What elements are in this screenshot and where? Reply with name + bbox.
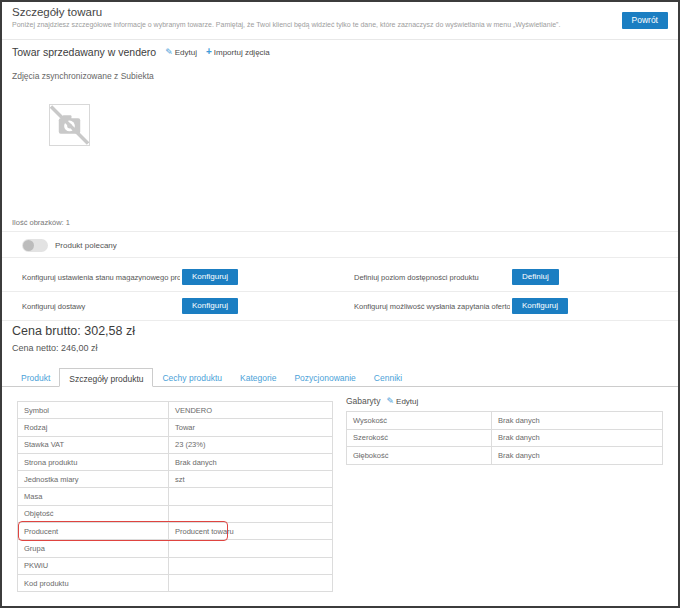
- edit-product-link[interactable]: ✎ Edytuj: [165, 48, 197, 57]
- row-value: Brak danych: [492, 412, 663, 430]
- row-value: Brak danych: [169, 453, 333, 470]
- row-value: [169, 505, 333, 522]
- image-count: Ilość obrazków: 1: [12, 218, 70, 227]
- row-value: Producent towaru: [169, 523, 333, 540]
- availability-button[interactable]: Definiuj: [512, 269, 559, 285]
- delivery-button[interactable]: Konfiguruj: [182, 298, 238, 314]
- page-title: Szczegóły towaru: [12, 6, 102, 18]
- table-row: Grupa: [18, 540, 333, 557]
- row-value: szt: [169, 471, 333, 488]
- table-row: Strona produktu Brak danych: [18, 453, 333, 470]
- divider: [2, 257, 678, 258]
- row-label: Producent: [18, 523, 169, 540]
- import-photos-label: Importuj zdjęcia: [214, 48, 270, 57]
- dimensions-title: Gabaryty: [346, 396, 381, 406]
- row-label: Stawka VAT: [18, 436, 169, 453]
- dimensions-table: Wysokość Brak danych Szerokość Brak dany…: [346, 411, 663, 465]
- product-details-table: Symbol VENDERO Rodzaj Towar Stawka VAT 2…: [17, 401, 333, 592]
- row-label: Symbol: [18, 402, 169, 419]
- product-section-header: Towar sprzedawany w vendero ✎ Edytuj + I…: [12, 46, 270, 58]
- page-header: Szczegóły towaru Poniżej znajdziesz szcz…: [2, 2, 678, 40]
- row-value: Brak danych: [492, 447, 663, 465]
- tab-cenniki[interactable]: Cenniki: [365, 368, 411, 386]
- dimensions-section-header: Gabaryty ✎ Edytuj: [346, 396, 418, 406]
- stock-settings-label: Konfiguruj ustawienia stanu magazynowego…: [22, 273, 180, 282]
- availability-label: Definiuj poziom dostępności produktu: [354, 273, 510, 282]
- import-photos-link[interactable]: + Importuj zdjęcia: [206, 47, 270, 57]
- edit-dimensions-label: Edytuj: [396, 397, 418, 406]
- row-label: Kod produktu: [18, 574, 169, 591]
- row-label: Masa: [18, 488, 169, 505]
- row-label: Głębokość: [347, 447, 492, 465]
- table-row: PKWiU: [18, 557, 333, 574]
- table-row-producent: Producent Producent towaru: [18, 523, 333, 540]
- table-row: Głębokość Brak danych: [347, 447, 663, 465]
- divider: [2, 320, 678, 321]
- table-row: Szerokość Brak danych: [347, 429, 663, 447]
- row-label: Grupa: [18, 540, 169, 557]
- product-details-page: Szczegóły towaru Poniżej znajdziesz szcz…: [0, 0, 680, 608]
- config-row-delivery: Konfiguruj dostawy Konfiguruj Konfiguruj…: [2, 292, 678, 320]
- table-row: Symbol VENDERO: [18, 402, 333, 419]
- product-tabs: Produkt Szczegóły produktu Cechy produkt…: [2, 368, 678, 387]
- row-value: [169, 488, 333, 505]
- row-label: Rodzaj: [18, 419, 169, 436]
- table-row: Rodzaj Towar: [18, 419, 333, 436]
- page-subtitle: Poniżej znajdziesz szczegółowe informacj…: [12, 21, 560, 28]
- offer-inquiry-label: Konfiguruj możliwość wysłania zapytania …: [354, 302, 510, 311]
- plus-icon: +: [206, 47, 212, 57]
- tab-szczegoly-produktu[interactable]: Szczegóły produktu: [59, 368, 153, 387]
- row-label: Szerokość: [347, 429, 492, 447]
- delivery-label: Konfiguruj dostawy: [22, 302, 180, 311]
- row-value: Brak danych: [492, 429, 663, 447]
- table-row: Masa: [18, 488, 333, 505]
- featured-toggle-row: Produkt polecany: [22, 236, 117, 254]
- tab-kategorie[interactable]: Kategorie: [231, 368, 285, 386]
- row-label: PKWiU: [18, 557, 169, 574]
- tab-pozycjonowanie[interactable]: Pozycjonowanie: [285, 368, 364, 386]
- back-button[interactable]: Powrót: [622, 12, 668, 29]
- toggle-knob-icon: [23, 240, 34, 251]
- gross-price: Cena brutto: 302,58 zł: [12, 324, 135, 338]
- offer-inquiry-button[interactable]: Konfiguruj: [512, 298, 568, 314]
- row-value: [169, 557, 333, 574]
- pencil-icon: ✎: [387, 397, 395, 406]
- tab-cechy-produktu[interactable]: Cechy produktu: [153, 368, 231, 386]
- featured-toggle[interactable]: [22, 239, 48, 252]
- row-value: VENDERO: [169, 402, 333, 419]
- stock-settings-button[interactable]: Konfiguruj: [182, 269, 238, 285]
- featured-toggle-label: Produkt polecany: [55, 241, 117, 250]
- table-row: Jednostka miary szt: [18, 471, 333, 488]
- config-row-stock: Konfiguruj ustawienia stanu magazynowego…: [2, 263, 678, 291]
- table-row: Kod produktu: [18, 574, 333, 591]
- row-label: Strona produktu: [18, 453, 169, 470]
- row-label: Jednostka miary: [18, 471, 169, 488]
- divider: [2, 231, 678, 232]
- table-row: Wysokość Brak danych: [347, 412, 663, 430]
- row-value: Towar: [169, 419, 333, 436]
- row-value: 23 (23%): [169, 436, 333, 453]
- row-value: [169, 540, 333, 557]
- product-section-title: Towar sprzedawany w vendero: [12, 46, 156, 58]
- row-value: [169, 574, 333, 591]
- edit-dimensions-link[interactable]: ✎ Edytuj: [387, 397, 419, 406]
- product-image-thumbnail[interactable]: [49, 104, 90, 146]
- pencil-icon: ✎: [165, 48, 173, 57]
- row-label: Objętość: [18, 505, 169, 522]
- tab-produkt[interactable]: Produkt: [12, 368, 59, 386]
- camera-slash-icon: [50, 105, 89, 145]
- table-row: Stawka VAT 23 (23%): [18, 436, 333, 453]
- edit-product-label: Edytuj: [175, 48, 197, 57]
- table-row: Objętość: [18, 505, 333, 522]
- row-label: Wysokość: [347, 412, 492, 430]
- photos-caption: Zdjęcia zsynchronizowane z Subiekta: [12, 71, 154, 81]
- net-price: Cena netto: 246,00 zł: [12, 343, 98, 353]
